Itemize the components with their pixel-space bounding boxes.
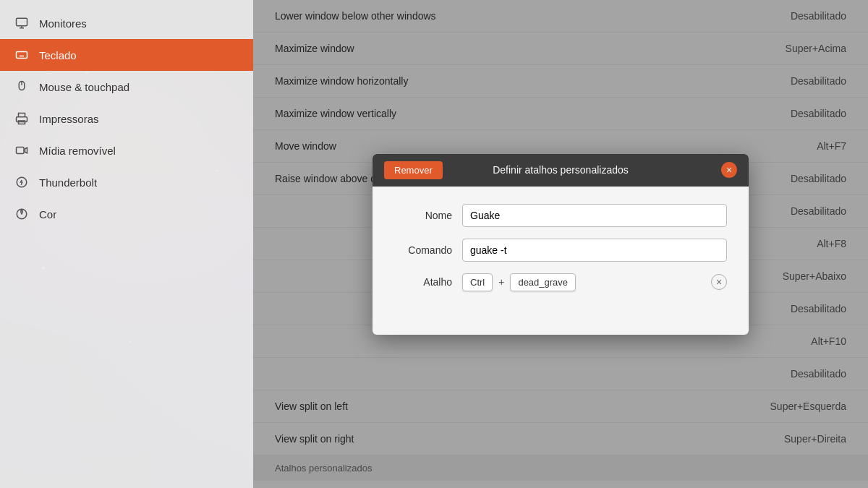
dialog-shortcut-row: Atalho Ctrl + dead_grave ×: [394, 273, 727, 291]
sidebar-item-monitores[interactable]: Monitores: [0, 7, 253, 39]
dialog-command-row: Comando: [394, 239, 727, 262]
sidebar-item-midia[interactable]: Mídia removível: [0, 134, 253, 166]
dialog: Remover Definir atalhos personalizados ×…: [373, 154, 749, 335]
key-badge-grave: dead_grave: [510, 273, 576, 291]
sidebar-item-impressoras[interactable]: Impressoras: [0, 103, 253, 134]
dialog-body: Nome Comando Atalho Ctrl + dead_grave: [373, 187, 749, 309]
clear-shortcut-button[interactable]: ×: [711, 274, 727, 290]
remover-button[interactable]: Remover: [384, 161, 443, 179]
color-icon: [14, 207, 29, 221]
sidebar-label-mouse: Mouse & touchpad: [39, 81, 129, 93]
svg-rect-3: [17, 52, 27, 59]
dialog-titlebar: Remover Definir atalhos personalizados ×: [373, 154, 749, 187]
sidebar-item-thunderbolt[interactable]: Thunderbolt: [0, 166, 253, 198]
printer-icon: [14, 111, 29, 126]
sidebar-label-thunderbolt: Thunderbolt: [39, 176, 97, 189]
monitor-icon: [14, 16, 29, 30]
key-badge-ctrl: Ctrl: [462, 273, 493, 291]
app-window: Monitores Teclado: [0, 0, 868, 488]
sidebar-item-cor[interactable]: Cor: [0, 198, 253, 230]
sidebar: Monitores Teclado: [0, 0, 253, 488]
sidebar-item-mouse[interactable]: Mouse & touchpad: [0, 71, 253, 103]
shortcut-display: Ctrl + dead_grave ×: [462, 273, 727, 291]
thunderbolt-icon: [14, 175, 29, 189]
sidebar-label-cor: Cor: [39, 208, 56, 221]
mouse-icon: [14, 80, 29, 94]
dialog-footer: [373, 309, 749, 335]
dialog-title: Definir atalhos personalizados: [493, 164, 629, 176]
dialog-command-label: Comando: [394, 244, 452, 256]
main-content: Lower window below other windows Desabil…: [253, 0, 868, 488]
dialog-name-label: Nome: [394, 210, 452, 221]
keyboard-icon: [14, 48, 29, 62]
sidebar-label-impressoras: Impressoras: [39, 113, 99, 125]
svg-rect-13: [17, 147, 25, 154]
plus-sign: +: [498, 276, 504, 288]
dialog-close-button[interactable]: ×: [721, 162, 737, 178]
dialog-overlay: Remover Definir atalhos personalizados ×…: [253, 0, 868, 488]
dialog-name-input[interactable]: [462, 204, 727, 227]
sidebar-label-midia: Mídia removível: [39, 145, 116, 157]
dialog-shortcut-label: Atalho: [394, 276, 452, 288]
media-icon: [14, 143, 29, 158]
svg-rect-0: [17, 18, 27, 26]
sidebar-label-monitores: Monitores: [39, 17, 87, 30]
dialog-command-input[interactable]: [462, 239, 727, 262]
sidebar-item-teclado[interactable]: Teclado: [0, 39, 253, 71]
sidebar-label-teclado: Teclado: [39, 49, 77, 61]
dialog-name-row: Nome: [394, 204, 727, 227]
